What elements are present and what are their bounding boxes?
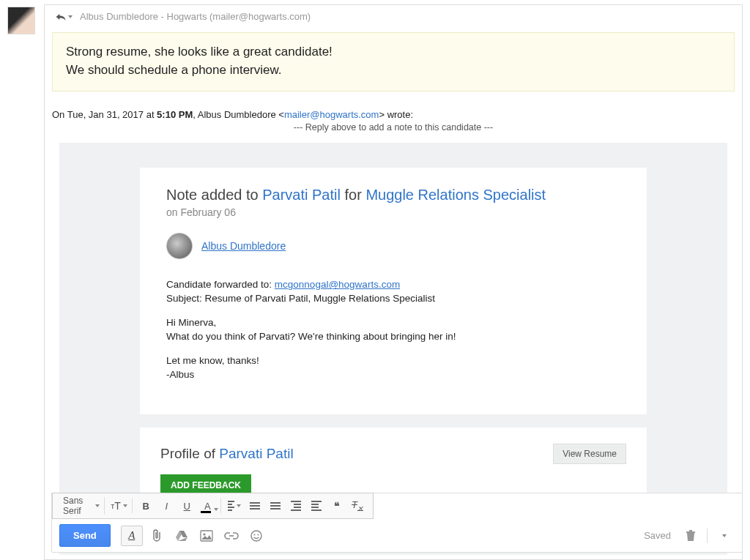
insert-emoji-button[interactable]	[245, 526, 267, 546]
fwd-label: Candidate forwarded to:	[166, 279, 275, 290]
reply-type-dropdown[interactable]	[55, 12, 73, 22]
quote-time: 5:10 PM	[157, 109, 193, 120]
body-line: What do you think of Parvati? We're thin…	[166, 331, 456, 342]
svg-point-2	[251, 531, 261, 541]
caret-down-icon	[95, 504, 100, 507]
recipient-line[interactable]: Albus Dumbledore - Hogwarts (mailer@hogw…	[80, 11, 311, 22]
remove-formatting-button[interactable]: T✕	[348, 496, 367, 515]
quote-suffix: > wrote:	[379, 109, 413, 120]
body-greeting: Hi Minerva,	[166, 317, 216, 328]
body-close1: Let me know, thanks!	[166, 355, 259, 366]
profile-candidate-link[interactable]: Parvati Patil	[219, 446, 293, 461]
indent-more-button[interactable]	[307, 496, 326, 515]
quote-button[interactable]: ❝	[327, 496, 346, 515]
note-title-mid: for	[341, 187, 365, 203]
profile-title-prefix: Profile of	[160, 446, 219, 461]
indent-less-button[interactable]	[286, 496, 305, 515]
compose-header: Albus Dumbledore - Hogwarts (mailer@hogw…	[45, 5, 742, 28]
insert-link-button[interactable]	[220, 526, 242, 546]
fwd-subject: Subject: Resume of Parvati Patil, Muggle…	[166, 293, 435, 304]
note-candidate-link[interactable]: Parvati Patil	[262, 187, 341, 203]
svg-point-3	[253, 534, 255, 535]
caret-down-icon	[214, 508, 218, 511]
font-size-dropdown[interactable]: тT	[109, 496, 128, 515]
compose-body[interactable]: Strong resume, she looks like a great ca…	[52, 32, 735, 92]
author-link[interactable]: Albus Dumbledore	[201, 240, 286, 252]
note-card: Note added to Parvati Patil for Muggle R…	[140, 168, 647, 414]
underline-button[interactable]: U	[177, 496, 196, 515]
body-close2: -Albus	[166, 369, 194, 380]
note-body: Candidate forwarded to: mcgonnogal@hogwa…	[166, 278, 620, 381]
caret-down-icon	[68, 15, 73, 18]
profile-title: Profile of Parvati Patil	[160, 446, 294, 462]
note-title-prefix: Note added to	[166, 187, 262, 203]
bold-button[interactable]: B	[136, 496, 155, 515]
align-dropdown[interactable]	[225, 496, 244, 515]
attach-file-button[interactable]	[146, 526, 168, 546]
fwd-email-link[interactable]: mcgonnogal@hogwarts.com	[275, 279, 400, 290]
view-resume-button[interactable]: View Resume	[553, 444, 626, 464]
svg-point-4	[257, 534, 259, 535]
bulleted-list-button[interactable]	[266, 496, 285, 515]
send-button[interactable]: Send	[59, 524, 111, 547]
caret-down-icon	[237, 504, 241, 507]
reply-hint: --- Reply above to add a note to this ca…	[52, 122, 735, 132]
discard-draft-button[interactable]	[680, 526, 702, 546]
author-avatar	[166, 233, 193, 259]
note-date: on February 06	[166, 206, 620, 218]
text-color-dropdown[interactable]: A	[198, 496, 217, 515]
caret-down-icon	[722, 534, 727, 537]
caret-down-icon	[123, 504, 127, 507]
compose-toolbar: Sans Serif тT B I U A ❝ T✕ Send A	[51, 493, 743, 553]
svg-rect-6	[689, 530, 692, 531]
sender-avatar	[7, 7, 35, 34]
format-toolbar: Sans Serif тT B I U A ❝ T✕	[52, 493, 374, 519]
insert-photo-button[interactable]	[196, 526, 218, 546]
quote-header: On Tue, Jan 31, 2017 at 5:10 PM, Albus D…	[52, 109, 735, 120]
insert-drive-button[interactable]	[171, 526, 193, 546]
more-options-dropdown[interactable]	[713, 526, 735, 546]
quote-prefix: On Tue, Jan 31, 2017 at	[52, 109, 157, 120]
italic-button[interactable]: I	[157, 496, 176, 515]
quote-mid: , Albus Dumbledore <	[193, 109, 284, 120]
compose-line-2: We should schedule a phone interview.	[66, 61, 721, 80]
svg-rect-5	[686, 531, 695, 533]
formatting-toggle-button[interactable]: A	[121, 526, 143, 546]
note-job-link[interactable]: Muggle Relations Specialist	[365, 187, 546, 203]
font-family-label: Sans Serif	[63, 496, 90, 516]
send-toolbar: Send A Saved	[52, 519, 742, 552]
saved-status: Saved	[644, 530, 671, 541]
quote-email-link[interactable]: mailer@hogwarts.com	[284, 109, 379, 120]
note-title: Note added to Parvati Patil for Muggle R…	[166, 187, 620, 204]
numbered-list-button[interactable]	[245, 496, 264, 515]
font-family-dropdown[interactable]: Sans Serif	[59, 497, 105, 515]
svg-point-1	[203, 533, 205, 535]
compose-line-1: Strong resume, she looks like a great ca…	[66, 43, 721, 61]
